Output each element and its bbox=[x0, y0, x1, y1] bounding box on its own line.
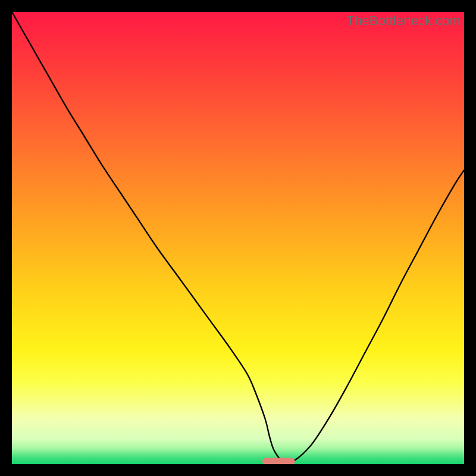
plot-area: TheBottleneck.com bbox=[12, 12, 464, 464]
optimum-marker bbox=[262, 458, 295, 464]
watermark-text: TheBottleneck.com bbox=[346, 13, 461, 29]
curve-layer bbox=[12, 12, 464, 464]
bottleneck-curve bbox=[12, 12, 464, 464]
chart-frame: TheBottleneck.com bbox=[12, 12, 464, 464]
